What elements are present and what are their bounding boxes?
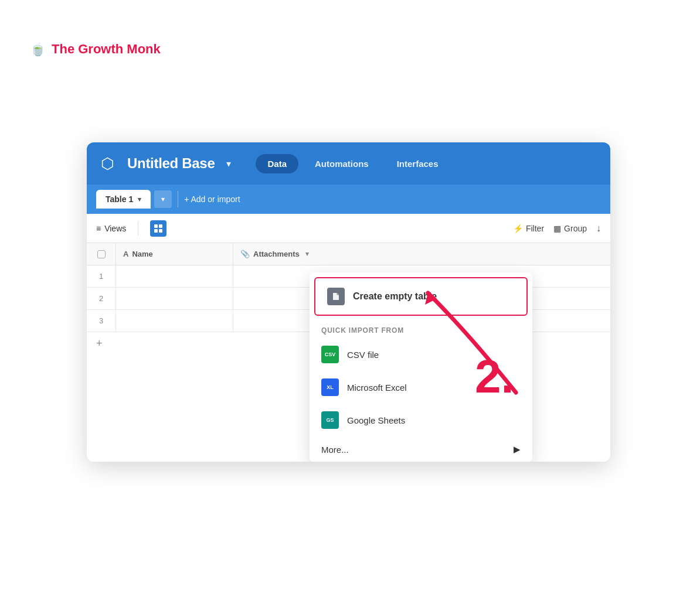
- grid-view-icon: [154, 224, 163, 233]
- main-window: ⬡ Untitled Base ▾ Data Automations Inter…: [87, 142, 610, 462]
- filter-label: Filter: [526, 224, 544, 233]
- gsheets-icon: GS: [321, 411, 339, 429]
- row-number: 2: [87, 288, 116, 309]
- row-name-cell[interactable]: [116, 310, 233, 332]
- sort-icon[interactable]: ↓: [596, 223, 601, 234]
- filter-button[interactable]: ⚡ Filter: [513, 224, 544, 233]
- tab-label: Table 1: [106, 195, 133, 204]
- checkbox-icon: [97, 250, 106, 258]
- import-csv-button[interactable]: CSV CSV file: [310, 338, 532, 371]
- tabs-bar: Table 1 ▾ ▾ + Add or import: [87, 185, 610, 214]
- import-gsheets-button[interactable]: GS Google Sheets: [310, 404, 532, 436]
- filter-icon: ⚡: [513, 224, 523, 233]
- add-or-import-button[interactable]: + Add or import: [184, 195, 240, 204]
- group-button[interactable]: ▦ Group: [553, 224, 587, 233]
- more-label: More...: [321, 445, 349, 455]
- svg-rect-1: [159, 224, 162, 228]
- attachments-icon: 📎: [240, 250, 250, 258]
- nav-automations-button[interactable]: Automations: [303, 154, 380, 173]
- svg-rect-2: [154, 229, 158, 233]
- toolbar-right: ⚡ Filter ▦ Group ↓: [513, 223, 601, 234]
- attachments-column-header: 📎 Attachments ▾: [233, 243, 610, 265]
- brand-icon: 🍵: [30, 42, 46, 57]
- table-list-dropdown-button[interactable]: ▾: [154, 190, 172, 208]
- views-label: Views: [104, 224, 126, 233]
- import-excel-button[interactable]: XL Microsoft Excel: [310, 371, 532, 404]
- header-nav: Data Automations Interfaces: [256, 154, 450, 173]
- table-area: A Name 📎 Attachments ▾ 1 2: [87, 243, 610, 462]
- row-number: 3: [87, 310, 116, 332]
- attachments-label: Attachments: [253, 250, 300, 258]
- tab-divider: [178, 191, 178, 207]
- doc-icon: [331, 292, 341, 301]
- brand-name: The Growth Monk: [52, 42, 161, 57]
- window-header: ⬡ Untitled Base ▾ Data Automations Inter…: [87, 142, 610, 185]
- quick-import-section-label: QUICK IMPORT FROM: [310, 320, 532, 338]
- create-empty-table-button[interactable]: Create empty table: [314, 277, 528, 316]
- grid-view-button[interactable]: [150, 220, 166, 237]
- row-number: 1: [87, 265, 116, 287]
- add-import-dropdown: Create empty table QUICK IMPORT FROM CSV…: [310, 272, 532, 462]
- name-column-label: Name: [132, 250, 152, 258]
- import-more-button[interactable]: More... ▶: [310, 436, 532, 462]
- name-column-icon: A: [123, 250, 128, 258]
- app-logo-icon: ⬡: [101, 155, 114, 173]
- row-name-cell[interactable]: [116, 265, 233, 287]
- import-csv-label: CSV file: [347, 350, 379, 360]
- select-all-checkbox[interactable]: [87, 243, 116, 265]
- title-chevron-icon[interactable]: ▾: [226, 158, 231, 169]
- add-import-label: + Add or import: [184, 195, 240, 204]
- toolbar: ≡ Views ⚡ Filter ▦ Group ↓: [87, 214, 610, 243]
- hamburger-icon: ≡: [96, 224, 101, 233]
- table-header-row: A Name 📎 Attachments ▾: [87, 243, 610, 265]
- nav-data-button[interactable]: Data: [256, 154, 298, 173]
- group-label: Group: [564, 224, 587, 233]
- name-column-header: A Name: [116, 243, 233, 265]
- views-button[interactable]: ≡ Views: [96, 224, 126, 233]
- base-title[interactable]: Untitled Base: [127, 155, 215, 172]
- row-name-cell[interactable]: [116, 288, 233, 309]
- csv-icon: CSV: [321, 346, 339, 363]
- import-excel-label: Microsoft Excel: [347, 383, 407, 393]
- add-row-icon: +: [96, 337, 103, 350]
- create-table-label: Create empty table: [353, 291, 437, 302]
- svg-rect-3: [159, 229, 162, 233]
- toolbar-divider: [138, 221, 138, 236]
- active-table-tab[interactable]: Table 1 ▾: [96, 190, 151, 209]
- nav-interfaces-button[interactable]: Interfaces: [385, 154, 450, 173]
- excel-icon: XL: [321, 378, 339, 396]
- svg-rect-0: [154, 224, 158, 228]
- brand-header: 🍵 The Growth Monk: [30, 42, 161, 57]
- more-arrow-icon: ▶: [514, 444, 521, 455]
- attachments-dropdown-icon[interactable]: ▾: [305, 250, 309, 258]
- create-table-icon: [327, 288, 345, 305]
- group-icon: ▦: [553, 224, 561, 233]
- import-gsheets-label: Google Sheets: [347, 415, 405, 425]
- tab-chevron-icon: ▾: [138, 196, 141, 203]
